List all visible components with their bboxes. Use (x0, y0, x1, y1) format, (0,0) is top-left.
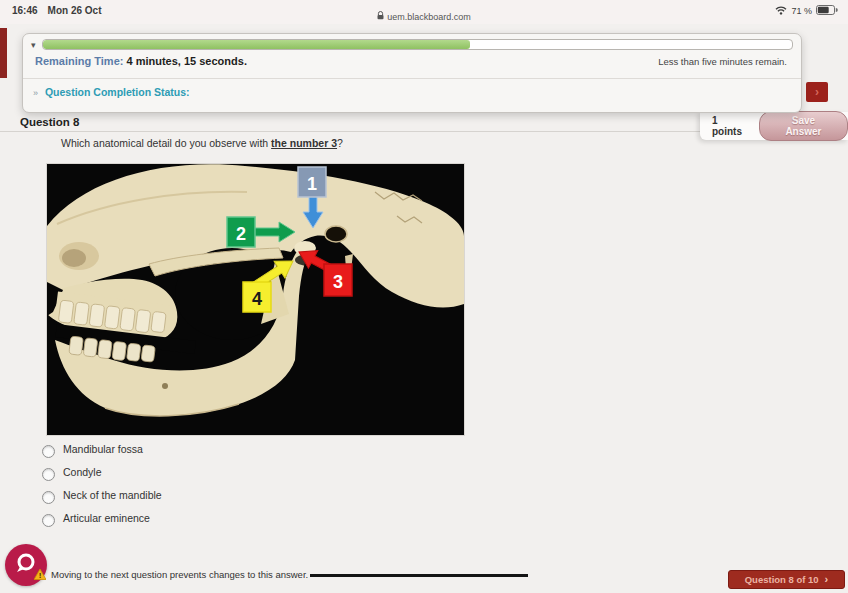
radio-button[interactable] (42, 468, 55, 481)
option-row-mandibular-fossa[interactable]: Mandibular fossa (42, 440, 162, 463)
answer-options: Mandibular fossa Condyle Neck of the man… (42, 440, 162, 532)
svg-text:1: 1 (307, 174, 317, 194)
question-completion-status-link[interactable]: Question Completion Status: (45, 86, 190, 98)
chevron-right-icon: › (825, 574, 829, 585)
chevron-right-icon: › (815, 86, 819, 98)
address-url[interactable]: uem.blackboard.com (387, 12, 471, 22)
option-label: Mandibular fossa (63, 443, 143, 455)
points-label: 1 points (712, 115, 750, 137)
status-bar: 16:46 Mon 26 Oct uem.blackboard.com 71 % (0, 0, 848, 24)
warning-triangle-icon: ! (34, 569, 46, 580)
footer-warning: ! Moving to the next question prevents c… (34, 569, 528, 580)
lock-icon (377, 11, 384, 22)
option-row-neck-of-mandible[interactable]: Neck of the mandible (42, 486, 162, 509)
battery-icon (816, 5, 838, 17)
option-label: Neck of the mandible (63, 489, 162, 501)
label-1: 1 (298, 167, 326, 197)
question-image: 1 2 3 4 (46, 163, 465, 436)
quiz-page: 16:46 Mon 26 Oct uem.blackboard.com 71 %… (0, 0, 848, 593)
radio-button[interactable] (42, 514, 55, 527)
expand-marker-icon: » (33, 88, 38, 98)
option-label: Articular eminence (63, 512, 150, 524)
pagination-label: Question 8 of 10 (745, 574, 819, 585)
remaining-time-value: 4 minutes, 15 seconds. (127, 55, 247, 67)
horizontal-rule (310, 574, 528, 577)
question-text-before: Which anatomical detail do you observe w… (61, 137, 271, 149)
warning-text: Moving to the next question prevents cha… (51, 569, 308, 580)
points-panel: 1 points Save Answer (700, 112, 848, 140)
collapse-caret-icon[interactable]: ▾ (31, 40, 36, 50)
next-question-arrow-button[interactable]: › (806, 82, 828, 102)
question-text-emphasis: the number 3 (271, 137, 337, 149)
page-accent-bar (0, 28, 7, 78)
svg-text:2: 2 (236, 224, 246, 244)
svg-text:3: 3 (333, 272, 343, 292)
time-progress-bar (42, 39, 793, 50)
label-4: 4 (243, 282, 271, 312)
option-row-articular-eminence[interactable]: Articular eminence (42, 509, 162, 532)
wifi-icon (775, 6, 787, 17)
timer-overlay-panel: ▾ Remaining Time: 4 minutes, 15 seconds.… (22, 33, 802, 113)
skull-illustration: 1 2 3 4 (47, 164, 464, 435)
question-text-after: ? (337, 137, 343, 149)
label-2: 2 (227, 217, 255, 247)
question-text: Which anatomical detail do you observe w… (61, 137, 343, 149)
question-pagination-button[interactable]: Question 8 of 10 › (728, 570, 845, 589)
svg-text:4: 4 (252, 289, 262, 309)
svg-text:!: ! (39, 571, 42, 580)
label-3: 3 (324, 264, 352, 296)
battery-percent: 71 % (791, 6, 812, 16)
radio-button[interactable] (42, 491, 55, 504)
option-label: Condyle (63, 466, 102, 478)
remaining-time-label: Remaining Time: (35, 55, 123, 67)
question-number-heading: Question 8 (20, 113, 79, 132)
option-row-condyle[interactable]: Condyle (42, 463, 162, 486)
save-answer-button[interactable]: Save Answer (759, 111, 848, 141)
timer-progress-fill (43, 40, 470, 49)
time-warning-text: Less than five minutes remain. (658, 56, 787, 67)
radio-button[interactable] (42, 445, 55, 458)
